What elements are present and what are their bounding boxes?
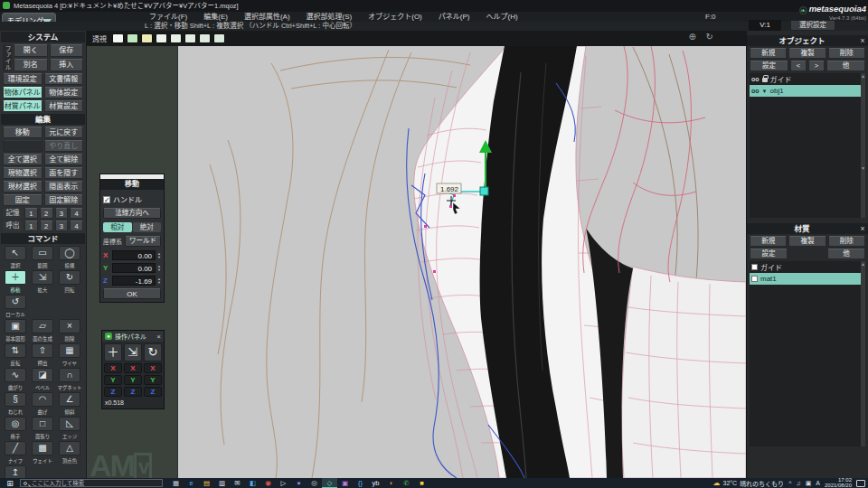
command-基本図形[interactable]: ▣基本図形 [2, 319, 29, 343]
display-toggle-button[interactable] [184, 33, 196, 43]
panel-button[interactable]: 物体パネル [3, 87, 42, 99]
tray-network-icon[interactable]: ▣ [806, 480, 812, 487]
object-settings-button[interactable]: 設定 [750, 61, 788, 71]
display-toggle-button[interactable] [199, 33, 211, 43]
command-面の生成[interactable]: ▱面の生成 [29, 319, 56, 343]
command-頂点色[interactable]: △頂点色 [56, 441, 83, 465]
object-panel-button[interactable]: 削除 [828, 48, 865, 59]
prev-object-button[interactable]: < [790, 61, 807, 71]
command-ナイフ[interactable]: ╱ナイフ [2, 441, 29, 465]
axis-value-input[interactable]: 0.00 [112, 263, 156, 273]
menu-item[interactable]: 選択部処理(S) [307, 12, 353, 22]
close-icon[interactable]: × [857, 35, 868, 46]
axis-button-Y[interactable]: Y [104, 375, 122, 385]
taskbar-app-icon[interactable]: ◎ [307, 478, 322, 488]
weather-widget[interactable]: ☁ 32°C 晴れのちくもり [712, 479, 784, 488]
material-checkbox[interactable] [751, 264, 758, 270]
axis-button-Y[interactable]: Y [144, 375, 162, 385]
taskbar-app-icon[interactable]: ◗ [383, 478, 399, 488]
lock-icon[interactable] [762, 78, 768, 82]
command-エッジ[interactable]: ◺エッジ [56, 417, 83, 440]
tray-sound-icon[interactable]: ♫ [796, 480, 800, 486]
taskbar-app-icon[interactable]: e [184, 478, 199, 488]
material-other-button[interactable]: 他 [827, 249, 865, 259]
command-押出[interactable]: ⇧押出 [29, 343, 56, 367]
panel-button[interactable]: 現物選択 [3, 167, 42, 179]
command-面張り[interactable]: □面張り [29, 417, 56, 440]
axis-button-X[interactable]: X [104, 363, 122, 373]
expand-icon[interactable]: ▼ [762, 89, 768, 94]
panel-button[interactable]: 物体設定 [44, 87, 84, 99]
panel-button[interactable]: 面を隠す [44, 167, 84, 179]
object-list-item-obj1[interactable]: oo ▼ obj1 [750, 85, 865, 97]
taskbar-app-icon[interactable]: ▷ [276, 478, 291, 488]
panel-button[interactable]: 文書情報 [44, 73, 84, 85]
menu-item[interactable]: ヘルプ(H) [486, 12, 517, 22]
view-control-icons[interactable]: ⊕ ↻ [688, 32, 717, 42]
viewport-canvas[interactable]: 1.692 [178, 46, 746, 478]
command-格子[interactable]: ◎格子 [2, 417, 29, 440]
command-投縄[interactable]: ◯投縄 [56, 246, 83, 269]
checkbox-checked-icon[interactable]: ✓ [103, 196, 110, 203]
object-other-button[interactable]: 他 [826, 61, 865, 71]
axis-button-Z[interactable]: Z [124, 387, 142, 397]
menu-item[interactable]: オブジェクト(O) [368, 12, 422, 22]
taskbar-app-icon[interactable]: ▥ [214, 478, 230, 488]
panel-button[interactable]: 移動 [3, 127, 42, 138]
axis-button-Z[interactable]: Z [104, 387, 122, 397]
command-ねじれ[interactable]: §ねじれ [2, 392, 29, 416]
handle-center[interactable] [480, 187, 488, 195]
display-toggle-button[interactable] [112, 33, 124, 43]
command-範囲[interactable]: ▭範囲 [29, 246, 56, 269]
recall-slot-3[interactable]: 3 [55, 221, 69, 231]
material-settings-button[interactable]: 設定 [750, 249, 788, 259]
taskbar-search-input[interactable]: ここに入力して検索 [20, 479, 163, 487]
tray-expand-icon[interactable]: ^ [788, 480, 791, 486]
taskbar-app-icon[interactable]: ✆ [399, 478, 414, 488]
coord-system-dropdown[interactable]: ワールド [125, 236, 161, 247]
close-icon[interactable]: × [857, 223, 868, 234]
visibility-icon[interactable]: oo [751, 88, 760, 94]
view-mode-dropdown[interactable]: 透視 [92, 33, 107, 43]
notification-icon[interactable] [856, 480, 865, 487]
file-button[interactable]: 挿入 [50, 59, 84, 71]
taskbar-app-icon[interactable]: ◧ [245, 478, 260, 488]
command-移動[interactable]: ＋移動 [2, 270, 29, 294]
command-ベベル[interactable]: ◪ベベル [29, 368, 56, 391]
taskbar-clock[interactable]: 17:02 2021/08/20 [825, 478, 852, 488]
material-list-scrollbar[interactable]: ▲ [861, 261, 865, 446]
command-選択[interactable]: ↖選択 [2, 246, 29, 269]
taskbar-app-icon[interactable]: ■ [414, 478, 429, 488]
material-list-item-guide[interactable]: ガイド [750, 261, 865, 273]
axis-button-Z[interactable]: Z [144, 387, 162, 397]
move-dialog-title[interactable]: 移動 [100, 179, 164, 190]
taskbar-app-icon[interactable]: ◇ [322, 478, 337, 488]
material-checkbox[interactable] [751, 276, 758, 282]
next-object-button[interactable]: > [808, 61, 825, 71]
panel-button[interactable]: やり直し [44, 140, 84, 152]
taskbar-app-icon[interactable]: ▤ [199, 478, 214, 488]
display-toggle-button[interactable] [156, 33, 167, 43]
normal-direction-button[interactable]: 法線方向へ [103, 208, 161, 219]
object-panel-header[interactable]: オブジェクト × [747, 35, 868, 46]
recall-slot-1[interactable]: 1 [24, 221, 38, 231]
menu-item[interactable]: 編集(E) [203, 12, 228, 22]
panel-button[interactable]: 材質パネル [3, 100, 42, 112]
menu-item[interactable]: ファイル(F) [149, 12, 187, 22]
taskbar-app-icon[interactable]: ▣ [337, 478, 353, 488]
recall-slot-4[interactable]: 4 [70, 221, 83, 231]
spinner-icon[interactable]: ▲▼ [157, 265, 161, 272]
material-panel-button[interactable]: 新規 [750, 236, 787, 247]
panel-button[interactable]: 隠面表示 [44, 181, 84, 192]
material-list-item-mat1[interactable]: mat1 [750, 273, 865, 285]
spinner-icon[interactable]: ▲▼ [157, 277, 161, 285]
object-list-scrollbar[interactable]: ▲▼ [861, 73, 865, 218]
command-ワイヤ[interactable]: ▦ワイヤ [56, 343, 83, 367]
panel-button[interactable]: 材質設定 [44, 100, 84, 112]
axis-button-X[interactable]: X [124, 363, 142, 373]
command-ローカル[interactable]: ↺ローカル [2, 295, 29, 318]
menu-item[interactable]: 選択部属性(A) [244, 12, 290, 22]
taskbar-app-icon[interactable]: yb [368, 478, 383, 488]
axis-button-Y[interactable]: Y [124, 375, 142, 385]
handle-checkbox-row[interactable]: ✓ ハンドル [103, 194, 161, 204]
